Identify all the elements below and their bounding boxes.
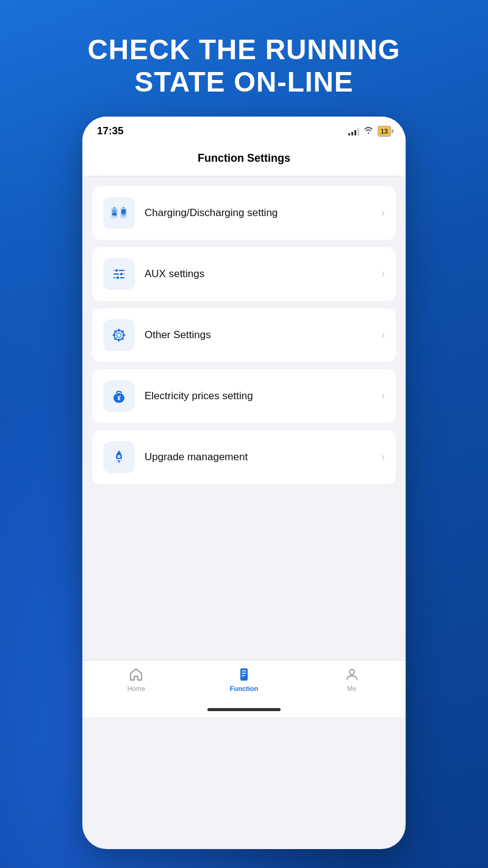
status-bar: 17:35 13 (82, 117, 406, 142)
svg-point-20 (118, 455, 120, 457)
menu-item-aux[interactable]: AUX settings › (92, 247, 396, 301)
svg-point-16 (117, 333, 121, 337)
svg-rect-2 (112, 213, 117, 215)
chevron-icon: › (381, 267, 385, 280)
spacer (92, 491, 396, 650)
menu-item-upgrade[interactable]: Upgrade management › (92, 430, 396, 484)
menu-label-electricity: Electricity prices setting (145, 390, 381, 402)
nav-label-home: Home (127, 685, 145, 692)
nav-label-me: Me (347, 685, 356, 692)
battery-icon: 13 (378, 126, 391, 137)
wifi-icon (363, 126, 374, 137)
chevron-icon: › (381, 389, 385, 402)
menu-item-other[interactable]: Other Settings › (92, 308, 396, 362)
sliders-icon (103, 258, 135, 290)
home-indicator (82, 704, 406, 717)
signal-icon (348, 127, 359, 136)
menu-label-upgrade: Upgrade management (145, 451, 381, 463)
bottom-nav: Home Function Me (82, 660, 406, 704)
battery-charging-icon (103, 197, 135, 229)
chevron-icon: › (381, 450, 385, 463)
home-icon (128, 667, 144, 682)
content-area: Charging/Discharging setting › AUX setti… (82, 176, 406, 660)
menu-label-aux: AUX settings (145, 268, 381, 280)
gear-icon (103, 319, 135, 351)
svg-rect-7 (123, 207, 124, 209)
svg-point-9 (115, 269, 118, 272)
menu-item-charging[interactable]: Charging/Discharging setting › (92, 186, 396, 240)
page-headline: CHECK THE RUNNING STATE ON-LINE (0, 0, 488, 117)
svg-point-13 (116, 276, 120, 280)
home-bar (207, 708, 281, 711)
status-icons: 13 (348, 126, 391, 137)
menu-item-electricity[interactable]: ¥ Electricity prices setting › (92, 369, 396, 423)
svg-rect-21 (240, 668, 248, 681)
chevron-icon: › (381, 206, 385, 219)
bookmark-icon (236, 667, 252, 682)
nav-item-home[interactable]: Home (112, 667, 160, 692)
status-time: 17:35 (97, 125, 123, 137)
svg-point-11 (120, 272, 123, 276)
svg-point-22 (350, 670, 354, 675)
menu-label-charging: Charging/Discharging setting (145, 207, 381, 219)
page-title: Function Settings (198, 152, 290, 164)
svg-rect-3 (113, 207, 115, 209)
chevron-icon: › (381, 328, 385, 341)
svg-rect-6 (121, 209, 126, 214)
phone-frame: 17:35 13 Function (82, 117, 406, 849)
rocket-icon (103, 441, 135, 473)
svg-text:¥: ¥ (117, 395, 121, 402)
nav-label-function: Function (230, 685, 258, 692)
menu-label-other: Other Settings (145, 329, 381, 341)
person-icon (344, 667, 360, 682)
nav-item-function[interactable]: Function (220, 667, 268, 692)
money-bag-icon: ¥ (103, 380, 135, 412)
nav-item-me[interactable]: Me (328, 667, 376, 692)
page-title-bar: Function Settings (82, 142, 406, 176)
